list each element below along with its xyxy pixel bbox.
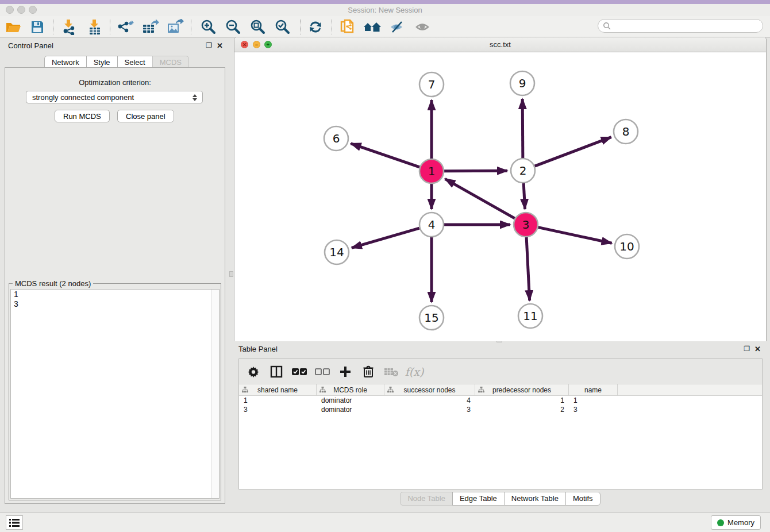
control-panel-title: Control Panel — [8, 41, 53, 50]
edge-2-3[interactable] — [523, 183, 525, 209]
table-cell[interactable]: 4 — [384, 396, 475, 404]
hide-selected-icon[interactable] — [387, 18, 408, 36]
first-neighbors-icon[interactable] — [362, 18, 383, 36]
zoom-out-icon[interactable] — [222, 18, 243, 36]
column-header-label: name — [584, 386, 602, 394]
tab-motifs[interactable]: Motifs — [565, 492, 600, 506]
node-table-container: f(x) shared nameMCDS rolesuccessor nodes… — [238, 358, 763, 489]
network-graph[interactable]: 7968124314101511 — [234, 52, 766, 341]
control-panel-float-icon[interactable]: ❐ — [206, 41, 212, 50]
mcds-result-line: 1 — [11, 290, 219, 299]
table-cell[interactable]: 3 — [384, 406, 475, 414]
table-cell[interactable]: dominator — [317, 406, 384, 414]
table-cell[interactable]: 1 — [239, 396, 317, 404]
graph-node-label-4: 4 — [428, 218, 436, 232]
result-scrollbar[interactable] — [211, 290, 219, 498]
graph-node-label-2: 2 — [519, 164, 527, 178]
table-cell[interactable]: 1 — [475, 396, 569, 404]
run-mcds-button[interactable]: Run MCDS — [55, 110, 110, 122]
edge-2-8[interactable] — [535, 137, 611, 167]
status-bar: Memory — [0, 512, 770, 532]
graph-node-label-15: 15 — [424, 311, 438, 325]
window-titlebar: Session: New Session — [0, 4, 770, 16]
table-cell[interactable]: dominator — [317, 396, 384, 404]
mcds-result-title: MCDS result (2 nodes) — [13, 279, 93, 288]
mcds-panel: Optimization criterion: strongly connect… — [5, 67, 225, 504]
graph-node-label-1: 1 — [428, 164, 436, 178]
column-visibility-icon[interactable] — [269, 364, 284, 379]
zoom-selected-icon[interactable] — [272, 18, 292, 36]
criterion-dropdown[interactable]: strongly connected component — [26, 91, 203, 103]
column-header-successor-nodes[interactable]: successor nodes — [384, 384, 475, 395]
table-panel-close-icon[interactable]: ✕ — [754, 345, 761, 353]
export-network-icon[interactable] — [115, 18, 136, 36]
table-cell[interactable]: 3 — [569, 406, 618, 414]
import-network-icon[interactable] — [59, 18, 79, 36]
export-table-icon[interactable] — [140, 18, 161, 36]
graph-node-label-3: 3 — [522, 218, 530, 232]
table-cell[interactable]: 3 — [239, 406, 317, 414]
tab-edge-table[interactable]: Edge Table — [452, 492, 505, 506]
criterion-dropdown-value: strongly connected component — [32, 93, 134, 102]
task-history-button[interactable] — [6, 515, 23, 530]
column-header-name[interactable]: name — [569, 384, 618, 395]
memory-label: Memory — [727, 518, 754, 527]
toolbar-separator — [110, 20, 110, 34]
edge-1-2[interactable] — [444, 171, 507, 171]
network-canvas[interactable]: 7968124314101511 — [234, 52, 766, 341]
toolbar-separator — [332, 20, 332, 34]
network-window-titlebar[interactable]: ✕ − + scc.txt — [234, 37, 766, 52]
refresh-icon[interactable] — [305, 18, 326, 36]
delete-column-icon[interactable] — [361, 364, 376, 379]
table-cell[interactable]: 1 — [569, 396, 618, 404]
vertical-splitter-handle[interactable] — [229, 271, 233, 277]
edge-4-14[interactable] — [352, 228, 419, 248]
graph-node-label-6: 6 — [333, 132, 340, 145]
export-image-icon[interactable] — [165, 18, 186, 36]
table-row[interactable]: 1dominator411 — [239, 396, 762, 405]
table-panel-float-icon[interactable]: ❐ — [744, 345, 750, 353]
graph-node-label-10: 10 — [619, 240, 634, 253]
toolbar-separator — [53, 20, 53, 34]
delete-table-icon — [384, 364, 399, 379]
column-header-predecessor-nodes[interactable]: predecessor nodes — [475, 384, 569, 395]
tab-node-table[interactable]: Node Table — [400, 492, 453, 506]
toolbar-separator — [300, 20, 301, 34]
save-session-icon[interactable] — [27, 18, 48, 36]
edge-1-6[interactable] — [351, 144, 420, 167]
column-header-MCDS-role[interactable]: MCDS role — [317, 384, 384, 395]
open-session-icon[interactable] — [3, 18, 24, 36]
table-panel-title: Table Panel — [238, 345, 278, 353]
table-settings-icon[interactable] — [246, 364, 261, 379]
table-cell[interactable]: 2 — [475, 406, 569, 414]
search-input[interactable] — [598, 19, 763, 33]
mcds-result-text[interactable]: 13 — [10, 289, 220, 499]
import-table-icon[interactable] — [84, 18, 105, 36]
edge-3-11[interactable] — [526, 237, 530, 300]
column-header-label: predecessor nodes — [492, 386, 551, 394]
control-panel-close-icon[interactable]: ✕ — [217, 41, 223, 50]
main-toolbar — [0, 16, 770, 38]
graph-node-label-11: 11 — [523, 309, 537, 323]
deselect-all-icon[interactable] — [315, 364, 330, 379]
show-all-icon[interactable] — [413, 18, 433, 36]
close-panel-button[interactable]: Close panel — [117, 110, 174, 122]
memory-button[interactable]: Memory — [711, 515, 761, 530]
edge-2-9[interactable] — [522, 99, 523, 158]
tab-network-table[interactable]: Network Table — [504, 492, 566, 506]
zoom-in-icon[interactable] — [198, 18, 218, 36]
graph-node-label-8: 8 — [622, 125, 630, 138]
window-top-accent — [0, 0, 770, 4]
select-all-icon[interactable] — [292, 364, 307, 379]
mcds-result-box: MCDS result (2 nodes) 13 — [9, 283, 221, 500]
window-title: Session: New Session — [0, 6, 770, 14]
add-column-icon[interactable] — [338, 364, 353, 379]
table-row[interactable]: 3dominator323 — [239, 405, 762, 414]
zoom-fit-icon[interactable] — [247, 18, 268, 36]
clone-network-icon[interactable] — [337, 18, 357, 36]
mcds-result-line: 3 — [11, 299, 219, 309]
function-builder-icon: f(x) — [407, 364, 422, 379]
column-header-shared-name[interactable]: shared name — [239, 384, 317, 395]
edge-3-10[interactable] — [538, 228, 612, 244]
edge-3-1[interactable] — [445, 179, 514, 218]
